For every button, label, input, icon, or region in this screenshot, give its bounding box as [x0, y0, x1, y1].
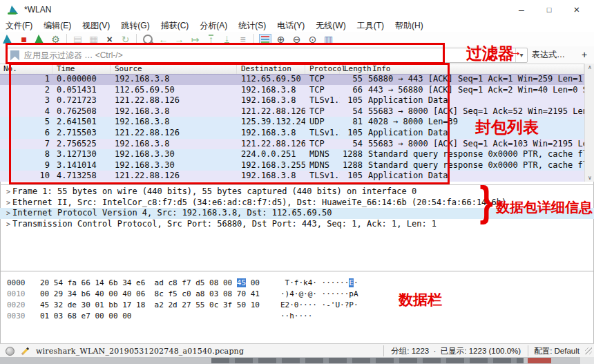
cell-length: 55 — [340, 74, 368, 85]
go-forward-icon[interactable]: → — [172, 33, 186, 46]
add-filter-button[interactable]: + — [582, 48, 587, 61]
hex-row[interactable]: 000020 54 fa 66 14 6b 34 e6 ad c8 f7 d5 … — [0, 278, 594, 289]
packet-row[interactable]: 104.713258121.22.88.126192.168.3.8TLSv1.… — [0, 171, 584, 182]
detail-row[interactable]: >Ethernet II, Src: IntelCor_c8:f7:d5 (34… — [0, 198, 594, 209]
hex-offset: 0020 — [7, 300, 32, 311]
column-header-time[interactable]: Time — [52, 64, 111, 74]
close-file-icon[interactable]: × — [102, 33, 117, 46]
menu-item-8[interactable]: 无线(W) — [310, 19, 351, 32]
cell-protocol: TLSv1.2 — [305, 95, 340, 106]
detail-row[interactable]: >Transmission Control Protocol, Src Port… — [0, 219, 594, 230]
menu-item-2[interactable]: 视图(V) — [77, 19, 115, 32]
hex-row[interactable]: 003001 03 68 e7 00 00 00··h···· — [0, 311, 594, 322]
auto-scroll-icon[interactable]: ≡ — [236, 33, 250, 46]
expert-info-icon[interactable] — [6, 347, 15, 356]
menu-item-9[interactable]: 工具(T) — [352, 19, 390, 32]
start-capture-icon — [3, 35, 13, 44]
packet-row[interactable]: 10.000000192.168.3.8112.65.69.50TCP55568… — [0, 74, 584, 85]
column-header-info[interactable]: Info — [368, 64, 584, 74]
colorize-icon[interactable] — [258, 33, 272, 46]
filter-bookmark-icon[interactable] — [10, 50, 19, 61]
find-packet-icon[interactable] — [140, 33, 155, 46]
cell-no: 2 — [0, 85, 52, 96]
menu-item-5[interactable]: 分析(A) — [194, 19, 233, 32]
resize-grip[interactable] — [585, 347, 592, 354]
menu-item-3[interactable]: 跳转(G) — [115, 19, 155, 32]
menu-item-1[interactable]: 编辑(E) — [38, 19, 77, 32]
cell-no: 3 — [0, 95, 52, 106]
expand-arrow-icon[interactable]: > — [4, 186, 12, 198]
expression-button[interactable]: 表达式… — [532, 48, 565, 61]
expand-arrow-icon[interactable]: > — [4, 219, 12, 230]
reload-file-icon[interactable]: ↻ — [118, 33, 133, 46]
column-header-protocol[interactable]: Protocol — [305, 64, 340, 74]
go-first-icon[interactable]: ↑ — [204, 33, 218, 46]
cell-length: 105 — [340, 95, 368, 106]
filter-bar: 应用显示过滤器 … <Ctrl-/> ▾ 表达式… + — [0, 46, 594, 64]
packet-row[interactable]: 20.051431112.65.69.50192.168.3.8TCP66443… — [0, 85, 584, 96]
packet-row[interactable]: 72.756525192.168.3.8121.22.88.126TCP5455… — [0, 139, 584, 150]
scroll-up-icon[interactable]: ∧ — [585, 64, 594, 70]
menu-item-0[interactable]: 文件(F) — [0, 19, 38, 32]
expand-arrow-icon[interactable]: > — [4, 208, 12, 219]
cell-protocol: TCP — [305, 139, 340, 150]
main-toolbar: ■⚙▤▦×↻←→↦↑↓≡⊕⊖⊙▥ — [0, 32, 594, 47]
detail-row[interactable]: >Frame 1: 55 bytes on wire (440 bits), 5… — [0, 186, 594, 198]
hex-bytes: 00 29 34 b6 40 00 40 06 8c f5 c0 a8 03 0… — [40, 289, 262, 300]
resize-columns-icon[interactable]: ▥ — [321, 33, 336, 46]
packet-row[interactable]: 83.127130192.168.3.30224.0.0.251MDNS1288… — [0, 149, 584, 160]
save-file-icon[interactable]: ▦ — [86, 33, 101, 46]
menu-item-6[interactable]: 统计(S) — [233, 19, 271, 32]
go-to-packet-icon[interactable]: ↦ — [188, 33, 202, 46]
display-filter-input[interactable]: 应用显示过滤器 … <Ctrl-/> ▾ — [7, 48, 528, 63]
cell-destination: 192.168.3.255 — [237, 160, 305, 171]
close-button[interactable]: × — [566, 0, 587, 19]
restart-capture-icon[interactable] — [32, 33, 47, 46]
go-last-icon[interactable]: ↓ — [220, 33, 234, 46]
selected-ascii: E — [349, 278, 354, 287]
column-header-length[interactable]: Length — [340, 64, 368, 74]
packet-row[interactable]: 40.762508192.168.3.8121.22.88.126TCP5455… — [0, 106, 584, 117]
scroll-down-icon[interactable]: ∨ — [585, 175, 594, 181]
selected-byte: 45 — [237, 278, 246, 287]
packet-row[interactable]: 30.721723121.22.88.126192.168.3.8TLSv1.2… — [0, 95, 584, 106]
packet-row[interactable]: 52.641501192.168.3.8125.39.132.242UDP814… — [0, 117, 584, 128]
maximize-button[interactable]: □ — [539, 0, 559, 19]
packet-list-scrollbar[interactable]: ∧ ∨ — [584, 64, 594, 182]
column-header-destination[interactable]: Destination — [237, 64, 305, 74]
menu-item-10[interactable]: 帮助(H) — [390, 19, 429, 32]
column-header-source[interactable]: Source — [111, 64, 237, 74]
status-bar: wireshark_WLAN_20190531202748_a01540.pca… — [0, 343, 594, 358]
go-back-icon[interactable]: ← — [156, 33, 171, 46]
zoom-100-icon[interactable]: ⊙ — [305, 33, 320, 46]
profile-label[interactable]: 配置: Default — [528, 346, 585, 356]
minimize-button[interactable]: – — [511, 0, 532, 19]
cell-length: 105 — [340, 128, 368, 139]
stop-capture-icon[interactable]: ■ — [17, 33, 31, 46]
ascii-bytes: E2·0···· ·-'U·?P· — [280, 300, 358, 311]
find-packet-icon — [143, 35, 153, 44]
capture-options-icon[interactable]: ⚙ — [48, 33, 63, 46]
open-file-icon[interactable]: ▤ — [70, 33, 85, 46]
cell-source: 112.65.69.50 — [111, 85, 237, 96]
column-header-no[interactable]: No. — [0, 64, 52, 74]
hex-row[interactable]: 002045 32 de 30 01 bb 17 18 a2 2d 27 55 … — [0, 300, 594, 311]
cell-time: 2.641501 — [52, 117, 111, 128]
menu-item-7[interactable]: 电话(Y) — [271, 19, 310, 32]
start-capture-icon[interactable] — [1, 33, 15, 46]
filter-dropdown-icon[interactable]: ▾ — [515, 48, 527, 62]
cell-no: 1 — [0, 74, 52, 85]
menu-item-4[interactable]: 捕获(C) — [155, 19, 195, 32]
zoom-out-icon[interactable]: ⊖ — [289, 33, 304, 46]
detail-row[interactable]: >Internet Protocol Version 4, Src: 192.1… — [0, 208, 594, 219]
filter-placeholder: 应用显示过滤器 … <Ctrl-/> — [24, 50, 123, 61]
packet-bytes-pane: 000020 54 fa 66 14 6b 34 e6 ad c8 f7 d5 … — [0, 271, 594, 333]
zoom-in-icon[interactable]: ⊕ — [274, 33, 288, 46]
packet-row[interactable]: 62.715503121.22.88.126192.168.3.8TLSv1.2… — [0, 128, 584, 139]
hex-row[interactable]: 001000 29 34 b6 40 00 40 06 8c f5 c0 a8 … — [0, 289, 594, 300]
capture-comment-icon[interactable] — [21, 347, 29, 354]
cell-info: 443 → 56880 [ACK] Seq=1 Ack=2 Win=40 Len… — [368, 85, 584, 96]
expand-arrow-icon[interactable]: > — [4, 198, 12, 209]
cell-no: 4 — [0, 106, 52, 117]
packet-row[interactable]: 93.141014192.168.3.30192.168.3.255MDNS12… — [0, 160, 584, 171]
